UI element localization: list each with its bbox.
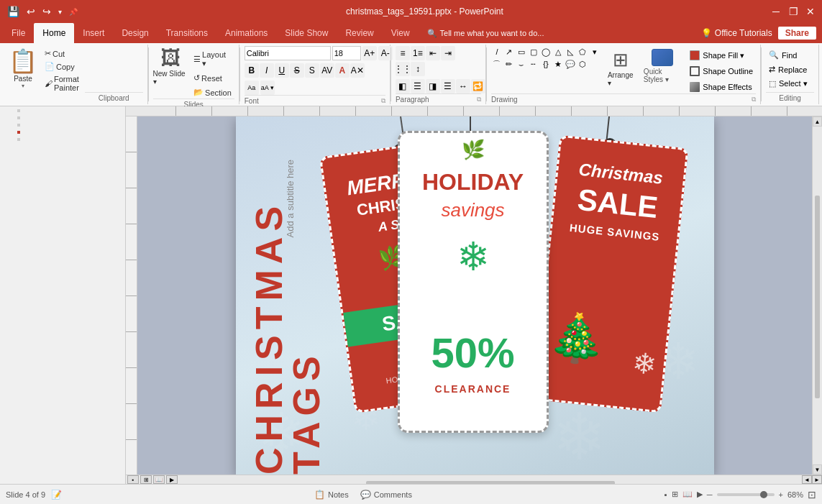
- shape-star[interactable]: ★: [552, 58, 564, 70]
- slide-thumb-1[interactable]: HOLIDAY 50% CHRISTMAS TAGS: [17, 109, 20, 112]
- shape-line[interactable]: /: [491, 46, 503, 58]
- tab-animations[interactable]: Animations: [216, 23, 276, 43]
- numbering-button[interactable]: 1≡: [411, 46, 425, 60]
- line-spacing-button[interactable]: ↕: [411, 62, 425, 76]
- normal-view-button[interactable]: ▪: [127, 475, 139, 484]
- shape-callout[interactable]: 💬: [565, 58, 576, 70]
- slideshow-status-button[interactable]: ▶: [697, 490, 703, 499]
- increase-font-button[interactable]: A+: [362, 46, 377, 60]
- shape-freeform[interactable]: ✏: [503, 58, 515, 70]
- decrease-indent-button[interactable]: ⇤: [426, 46, 440, 60]
- slide-thumb-5[interactable]: CHRISTMAS TAGS ADD A TITLE HERE: [17, 138, 20, 141]
- comments-button[interactable]: 💬 Comments: [360, 490, 412, 500]
- new-slide-button[interactable]: 🖼 New Slide ▾: [153, 46, 188, 86]
- zoom-out-button[interactable]: ─: [707, 490, 713, 499]
- text-direction-button[interactable]: Aa: [245, 81, 259, 95]
- quick-access-customize-icon[interactable]: ▾: [57, 6, 63, 17]
- increase-indent-button[interactable]: ⇥: [441, 46, 455, 60]
- shape-triangle[interactable]: △: [552, 46, 564, 58]
- section-button[interactable]: 📂Section: [191, 86, 234, 98]
- tab-transitions[interactable]: Transitions: [157, 23, 216, 43]
- italic-button[interactable]: I: [260, 63, 274, 78]
- reading-status-button[interactable]: 📖: [682, 490, 693, 499]
- align-center-button[interactable]: ☰: [411, 79, 425, 93]
- main-slide-canvas[interactable]: ❄ ❄ ❄ ❄ ❄ ❄ CHRISTMAS TAGS Add a subtitl…: [236, 116, 714, 475]
- tab-insert[interactable]: Insert: [74, 23, 113, 43]
- center-tag[interactable]: 🌿 HOLIDAY savings ❄ 50% CLEARANCE: [398, 131, 549, 433]
- shape-rect[interactable]: ▭: [516, 46, 527, 58]
- char-spacing-button[interactable]: AV: [320, 63, 334, 78]
- undo-icon[interactable]: ↩: [25, 4, 37, 19]
- font-name-input[interactable]: [245, 46, 331, 60]
- slide-thumb-2[interactable]: CHRISTMAS TAGS: [17, 116, 20, 119]
- find-button[interactable]: 🔍Find: [766, 49, 810, 61]
- col-button[interactable]: ⋮⋮: [396, 62, 410, 76]
- restore-button[interactable]: ❐: [787, 6, 799, 17]
- shape-pentagon[interactable]: ⬠: [577, 46, 588, 58]
- slide-panel[interactable]: 1 ★ HOLIDAY 50% CHRISTMAS TAGS: [0, 106, 126, 484]
- shape-action[interactable]: ⬡: [577, 58, 588, 70]
- save-icon[interactable]: 💾: [6, 4, 21, 19]
- shape-connector[interactable]: ╌: [528, 58, 539, 70]
- bullets-button[interactable]: ≡: [396, 46, 410, 60]
- shape-rounded-rect[interactable]: ▢: [528, 46, 539, 58]
- shape-arc[interactable]: ⌣: [516, 58, 527, 70]
- slide-thumb-3[interactable]: CHRISTMAS TAGS Lorem ipsum dolor sit ame…: [17, 124, 20, 127]
- scroll-up-button[interactable]: ▲: [813, 116, 822, 127]
- tab-review[interactable]: Review: [337, 23, 382, 43]
- align-right-button[interactable]: ◨: [426, 79, 440, 93]
- close-button[interactable]: ✕: [805, 6, 816, 17]
- shape-rt-triangle[interactable]: ◺: [565, 46, 576, 58]
- slide-sorter-status-button[interactable]: ⊞: [672, 490, 678, 499]
- change-case-button[interactable]: aA ▾: [260, 81, 275, 95]
- cut-button[interactable]: ✂Cut: [42, 47, 82, 60]
- minimize-button[interactable]: ─: [770, 6, 782, 17]
- shape-curve[interactable]: ⌒: [491, 58, 503, 70]
- zoom-slider[interactable]: [717, 493, 775, 496]
- normal-view-status-button[interactable]: ▪: [665, 490, 667, 499]
- fit-slide-button[interactable]: ⊡: [808, 489, 816, 500]
- paste-button[interactable]: 📋 Paste ▾: [7, 46, 39, 91]
- clear-format-button[interactable]: A✕: [350, 63, 365, 78]
- scroll-left-button[interactable]: ◄: [802, 475, 812, 484]
- office-tutorials-link[interactable]: 💡 Office Tutorials: [701, 28, 772, 38]
- arrange-button[interactable]: ⊞ Arrange ▾: [603, 46, 638, 90]
- reset-button[interactable]: ↺Reset: [191, 72, 234, 84]
- right-tag[interactable]: Christmas SALE HUGE SAVINGS 🎄 ❄: [531, 135, 688, 413]
- justify-button[interactable]: ☰: [441, 79, 455, 93]
- scroll-down-button[interactable]: ▼: [813, 464, 822, 475]
- tab-view[interactable]: View: [383, 23, 419, 43]
- slide-thumb-4[interactable]: CHRISTMAS HOLIDAY savings 50% CLEARANCE: [17, 131, 20, 134]
- slideshow-button[interactable]: ▶: [166, 475, 178, 484]
- format-painter-button[interactable]: 🖌Format Painter: [42, 73, 82, 93]
- redo-icon[interactable]: ↪: [41, 4, 52, 19]
- shadow-button[interactable]: S: [305, 63, 319, 78]
- font-color-button[interactable]: A: [335, 63, 350, 78]
- share-button[interactable]: Share: [778, 27, 816, 40]
- tab-home[interactable]: Home: [34, 23, 74, 43]
- zoom-in-button[interactable]: +: [779, 490, 783, 499]
- shape-effects-button[interactable]: Shape Effects: [687, 81, 756, 93]
- bold-button[interactable]: B: [245, 63, 259, 78]
- underline-button[interactable]: U: [275, 63, 289, 78]
- strikethrough-button[interactable]: S: [290, 63, 304, 78]
- copy-button[interactable]: 📄Copy: [42, 60, 82, 73]
- canvas-area[interactable]: ❄ ❄ ❄ ❄ ❄ ❄ CHRISTMAS TAGS Add a subtitl…: [137, 116, 812, 475]
- tab-design[interactable]: Design: [113, 23, 157, 43]
- align-left-button[interactable]: ◧: [396, 79, 410, 93]
- tab-file[interactable]: File: [3, 23, 34, 43]
- replace-button[interactable]: ⇄Replace: [766, 63, 810, 75]
- text-direction-2-button[interactable]: ↔: [456, 79, 470, 93]
- shape-fill-button[interactable]: Shape Fill ▾: [687, 49, 756, 62]
- customize-icon[interactable]: 📌: [68, 6, 79, 17]
- vertical-scrollbar[interactable]: ▲ ▼: [812, 116, 822, 475]
- convert-smartart-button[interactable]: 🔁: [471, 79, 485, 93]
- search-tab[interactable]: 🔍 Tell me what you want to do...: [419, 23, 553, 43]
- shape-outline-button[interactable]: Shape Outline: [687, 65, 756, 78]
- font-size-input[interactable]: [332, 46, 361, 60]
- tab-slideshow[interactable]: Slide Show: [276, 23, 337, 43]
- shape-brace[interactable]: {}: [540, 58, 552, 70]
- slide-sorter-button[interactable]: ⊞: [140, 475, 152, 484]
- scroll-right-button[interactable]: ►: [812, 475, 822, 484]
- zoom-thumb[interactable]: [760, 491, 767, 498]
